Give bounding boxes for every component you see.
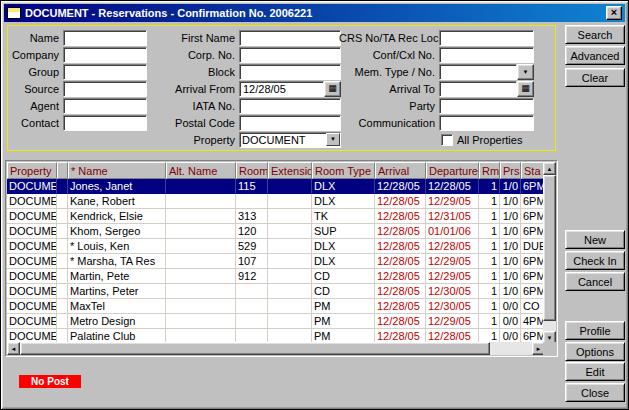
crs-no-row: CRS No/TA Rec Loc <box>339 29 534 46</box>
cell <box>236 194 268 209</box>
scroll-left-button[interactable]: ◄ <box>7 342 20 355</box>
table-row[interactable]: DOCUMEKhom, Sergeo120SUP12/28/0501/01/06… <box>7 224 545 239</box>
iata-no-input[interactable] <box>239 98 341 114</box>
company-input[interactable] <box>63 47 147 63</box>
corp-no-input[interactable] <box>239 47 341 63</box>
grid-header: Property* NameAlt. NameRoomExtensionRoom… <box>7 162 545 179</box>
arrival-to-input[interactable] <box>439 81 517 97</box>
cell: DOCUME <box>7 239 57 254</box>
profile-button[interactable]: Profile <box>565 321 625 340</box>
source-input[interactable] <box>63 81 147 97</box>
cell: 12/28/05 <box>375 314 426 329</box>
mem-type-input[interactable] <box>439 64 517 80</box>
cell: PM <box>312 299 375 314</box>
column-header[interactable]: Alt. Name <box>166 162 236 179</box>
all-properties-checkbox[interactable] <box>441 134 453 146</box>
corp-no-row: Corp. No. <box>153 46 341 63</box>
cell: 1 <box>479 314 500 329</box>
table-row[interactable]: DOCUMEKendrick, Elsie313TK12/28/0512/31/… <box>7 209 545 224</box>
arrival-to-row: Arrival To ▦ <box>339 80 534 97</box>
table-row[interactable]: DOCUMEMaxTelPM12/28/0512/30/0510/0CO <box>7 299 545 314</box>
column-header[interactable]: * Name <box>68 162 166 179</box>
cell: 6PM <box>521 209 545 224</box>
cell: TK <box>312 209 375 224</box>
column-header[interactable]: Sta <box>521 162 545 179</box>
group-input[interactable] <box>63 64 147 80</box>
cell: DOCUME <box>7 284 57 299</box>
advanced-button[interactable]: Advanced <box>565 46 625 65</box>
block-row: Block <box>153 63 341 80</box>
postal-code-input[interactable] <box>239 115 341 131</box>
cell: DUE <box>521 239 545 254</box>
table-row[interactable]: DOCUMEMartins, PeterCD12/28/0512/30/0511… <box>7 284 545 299</box>
clear-button[interactable]: Clear <box>565 68 625 87</box>
communication-input[interactable] <box>439 115 534 131</box>
crs-no-input[interactable] <box>439 30 534 46</box>
scroll-up-button[interactable]: ▲ <box>543 162 556 175</box>
property-select[interactable]: DOCUMENT ▼ <box>239 132 341 148</box>
horizontal-scrollbar[interactable]: ◄ ► <box>7 342 545 355</box>
cell: 12/28/05 <box>375 224 426 239</box>
vertical-scrollbar[interactable]: ▲ ▼ <box>543 162 556 344</box>
table-row[interactable]: DOCUMEMartin, Pete912CD12/28/0512/29/051… <box>7 269 545 284</box>
conf-cxl-no-input[interactable] <box>439 47 534 63</box>
column-header[interactable]: Rms <box>479 162 500 179</box>
new-button[interactable]: New <box>565 230 625 249</box>
column-header[interactable]: Room <box>236 162 268 179</box>
column-header[interactable]: Departure <box>426 162 479 179</box>
column-header[interactable]: Prs <box>500 162 521 179</box>
scrollbar-corner <box>543 342 556 355</box>
column-header[interactable]: Extension <box>268 162 312 179</box>
block-input[interactable] <box>239 64 341 80</box>
party-input[interactable] <box>439 98 534 114</box>
property-dropdown-button[interactable]: ▼ <box>326 133 340 146</box>
cell: 12/28/05 <box>375 299 426 314</box>
options-button[interactable]: Options <box>565 342 625 361</box>
cell: 6PM <box>521 224 545 239</box>
arrival-to-calendar-button[interactable]: ▦ <box>517 81 534 97</box>
mem-type-dropdown-button[interactable]: ▼ <box>517 64 534 80</box>
table-row[interactable]: DOCUME* Marsha, TA Res107DLX12/28/0512/2… <box>7 254 545 269</box>
cell: 12/28/05 <box>375 179 426 194</box>
contact-input[interactable] <box>63 115 147 131</box>
cell <box>268 209 312 224</box>
name-input[interactable] <box>63 30 147 46</box>
cancel-button[interactable]: Cancel <box>565 272 625 291</box>
cell <box>268 239 312 254</box>
form-column-2: First Name Corp. No. Block Arrival From … <box>153 29 341 148</box>
close-button[interactable]: Close <box>565 383 625 402</box>
name-row: Name <box>11 29 147 46</box>
calendar-icon: ▦ <box>328 84 337 93</box>
search-button[interactable]: Search <box>565 25 625 44</box>
column-header[interactable]: Property <box>7 162 57 179</box>
arrival-from-input[interactable] <box>239 81 324 97</box>
close-icon[interactable]: × <box>606 6 622 20</box>
source-row: Source <box>11 80 147 97</box>
table-row[interactable]: DOCUMEJones, Janet115DLX12/28/0512/28/05… <box>7 179 545 194</box>
cell: 12/28/05 <box>375 239 426 254</box>
horizontal-scroll-thumb[interactable] <box>20 342 490 355</box>
agent-input[interactable] <box>63 98 147 114</box>
vertical-scroll-thumb[interactable] <box>543 175 556 321</box>
cell: 1 <box>479 239 500 254</box>
first-name-label: First Name <box>153 32 239 44</box>
cell <box>166 299 236 314</box>
cell: 12/28/05 <box>375 269 426 284</box>
cell: DOCUME <box>7 194 57 209</box>
cell <box>57 194 68 209</box>
column-header[interactable]: Arrival <box>375 162 426 179</box>
table-row[interactable]: DOCUMEKane, RobertDLX12/28/0512/29/0511/… <box>7 194 545 209</box>
edit-button[interactable]: Edit <box>565 362 625 381</box>
cell: 1 <box>479 254 500 269</box>
column-header[interactable]: Room Type <box>312 162 375 179</box>
table-row[interactable]: DOCUMEMetro DesignPM12/28/0512/29/0510/0… <box>7 314 545 329</box>
cell: Martin, Pete <box>68 269 166 284</box>
arrow-up-icon: ▲ <box>547 166 553 172</box>
all-properties-label: All Properties <box>457 134 522 146</box>
cell: PM <box>312 314 375 329</box>
column-header[interactable] <box>57 162 68 179</box>
check-in-button[interactable]: Check In <box>565 251 625 270</box>
table-row[interactable]: DOCUME* Louis, Ken529DLX12/28/0512/28/05… <box>7 239 545 254</box>
first-name-input[interactable] <box>239 30 341 46</box>
cell: 4PM <box>521 314 545 329</box>
